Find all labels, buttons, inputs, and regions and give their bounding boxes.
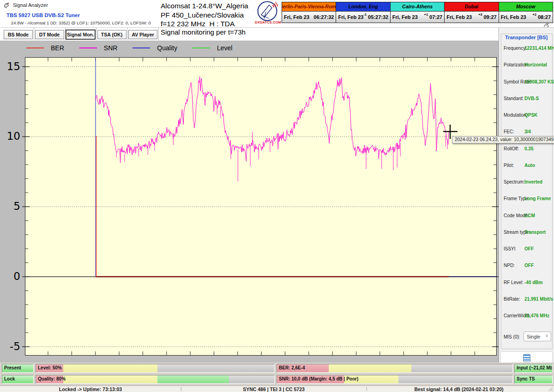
plot-area[interactable]: [25, 57, 497, 356]
tp-label-issyi: ISSYI: [504, 246, 516, 251]
clock-dubai: DubaiFri, Feb 23+309:27: [445, 2, 499, 23]
clock-london-eng: London, EngFri, Feb 23-105:27:32: [336, 2, 390, 23]
clock-date: Fri, Feb 23: [338, 14, 363, 20]
tp-value-npd: OFF: [524, 263, 534, 268]
meter-label: Sync TS: [517, 376, 535, 381]
tp-value-modulation: QPSK: [524, 113, 537, 118]
clock-time-text: 05:27:32: [368, 14, 388, 20]
clock-berlin-paris-vienna-roma: Berlin-Paris-Vienna-RomaFri, Feb 2306:27…: [282, 2, 336, 23]
tp-label-bitrate: BitRate:: [504, 297, 520, 302]
tp-label-modulation: Modulation:: [504, 113, 528, 118]
y-axis-label: 0: [4, 271, 20, 282]
meter-sync-ts: Sync TS: [514, 375, 553, 384]
tp-value-issyi: OFF: [524, 246, 534, 251]
chart-region: BERSNRQualityLevel -5051015: [0, 41, 499, 362]
clock-city-label: Cairo-Athens: [391, 2, 444, 12]
mis-label: MIS (0):: [504, 334, 520, 339]
tab-tsa-ok[interactable]: TSA (OK): [97, 30, 126, 39]
tp-value-pilot: Auto: [524, 163, 535, 168]
legend-swatch-snr: [79, 48, 97, 48]
legend-item-ber: BER: [26, 44, 64, 52]
meter-segment-yellow: [63, 364, 157, 372]
clock-utc-offset: +3: [478, 12, 482, 17]
header: TBS 5927 USB DVB-S2 Tuner 24.8W - Alcoms…: [0, 10, 554, 28]
tuner-details: 24.8W - Alcomsat 1 (ID: 3352) @ LOF1: 10…: [11, 20, 151, 25]
clock-utc-offset: +2: [532, 12, 536, 17]
meter-label: SNR: 10,0 dB (Margin: 4,5 dB | Poor): [279, 376, 358, 381]
clock-city-label: Moscow: [499, 2, 553, 12]
legend-item-quality: Quality: [132, 44, 177, 52]
tab-separator: [65, 28, 66, 40]
legend-label: Level: [217, 44, 232, 52]
signal-chart: [25, 58, 496, 355]
meter-segment-green: [157, 375, 229, 383]
tab-bs-mode[interactable]: BS Mode: [4, 30, 33, 39]
tab-separator: [158, 28, 159, 40]
resize-grip[interactable]: [548, 386, 553, 392]
tp-label-frequency: Frequency:: [504, 46, 527, 51]
clock-time-text: 06:27:32: [313, 14, 334, 20]
clock-time-text: 09:27: [483, 14, 496, 20]
clock-date: Fri, Feb 23: [501, 14, 526, 20]
target-site: PF 450_Lučenec/Slovakia: [161, 11, 248, 20]
tp-label-pilot: Pilot:: [504, 163, 514, 168]
legend-swatch-level: [193, 48, 210, 48]
meter-label: BER: 2,6E-4: [279, 365, 305, 370]
clock-time-value: Fri, Feb 23+208:27: [499, 12, 553, 23]
meter-segment-yellow: [63, 375, 157, 383]
status-bar: Locked -> Uptime: 73:13:03 SYNC 486 | TE…: [0, 386, 554, 392]
tab-signal-mon[interactable]: Signal Mon.: [66, 30, 95, 39]
cursor-tooltip: 2024-02-23 06.24.23, value: 10,300000190…: [452, 136, 554, 143]
chart-legend: BERSNRQualityLevel: [26, 44, 247, 52]
meter-present: Present: [2, 364, 34, 373]
clock-date: Fri, Feb 23: [284, 14, 309, 20]
disk-icon: [523, 354, 530, 362]
y-axis-label: 15: [4, 61, 20, 72]
meter-level: Level: 50%: [36, 364, 275, 373]
tab-separator: [96, 28, 96, 40]
clock-date: Fri, Feb 23: [446, 14, 472, 20]
dxsatcs-logo-icon: [255, 1, 280, 21]
transponder-title: Transponder [BS]: [504, 35, 549, 40]
chevron-down-icon: ∨: [545, 333, 548, 338]
meter-segment-yellow: [329, 364, 411, 372]
tp-value-polarization: Horizontal: [524, 62, 547, 67]
world-clocks: Berlin-Paris-Vienna-RomaFri, Feb 2306:27…: [282, 2, 553, 23]
clock-time-value: Fri, Feb 23+309:27: [445, 12, 498, 23]
satellite-dish-icon: [3, 2, 10, 9]
y-axis-label: -5: [4, 341, 20, 352]
tp-value-rolloff: 0.35: [524, 146, 533, 151]
clock-city-label: Berlin-Paris-Vienna-Roma: [282, 2, 336, 12]
mis-select[interactable]: Single ∨: [524, 332, 551, 341]
tp-value-code-mode: CCM: [524, 213, 535, 218]
tab-separator: [127, 28, 128, 40]
meter-label: Input (~21,02 Mbps): [517, 365, 553, 370]
meter-label: Present: [4, 365, 21, 370]
tp-value-stream-type: Transport: [524, 230, 546, 235]
meter-ber: BER: 2,6E-4: [277, 364, 513, 373]
clock-cairo-athens: Cairo-AthensFri, Feb 23+107:27: [391, 2, 445, 23]
status-meters: PresentLevel: 50%BER: 2,6E-4Input (~21,0…: [0, 362, 554, 386]
tp-value-frame-type: Long Frame: [524, 196, 551, 201]
tp-label-fec: FEC:: [504, 129, 514, 134]
clock-time-text: 07:27: [429, 14, 442, 20]
tab-dt-mode[interactable]: DT Mode: [35, 30, 64, 39]
clock-time-value: Fri, Feb 23+107:27: [391, 12, 444, 23]
meter-lock: Lock: [2, 375, 34, 384]
tp-label-rolloff: RollOff:: [504, 146, 519, 151]
tab-av-player[interactable]: AV Player: [128, 30, 157, 39]
tp-label-standard: Standard:: [504, 96, 524, 101]
clock-date: Fri, Feb 23: [392, 14, 418, 20]
mis-selected-value: Single: [527, 334, 540, 339]
target-satellite: Alcomsat 1-24.8°W_Algeria: [161, 1, 248, 11]
clock-time-text: 08:27: [538, 14, 551, 20]
legend-swatch-quality: [132, 48, 150, 48]
meter-label: Quality: 80%: [38, 376, 66, 381]
y-axis-label: 5: [4, 201, 20, 212]
legend-label: Quality: [157, 44, 177, 52]
meter-input-21-02-mbps: Input (~21,02 Mbps): [514, 364, 553, 373]
clock-time-value: Fri, Feb 2306:27:32: [282, 12, 336, 23]
tp-label-spectrum: Spectrum:: [504, 179, 525, 184]
status-uptime: Locked -> Uptime: 73:13:03: [0, 386, 181, 392]
tp-value-symbol-rate: 15908,307 KS/s: [524, 79, 554, 84]
